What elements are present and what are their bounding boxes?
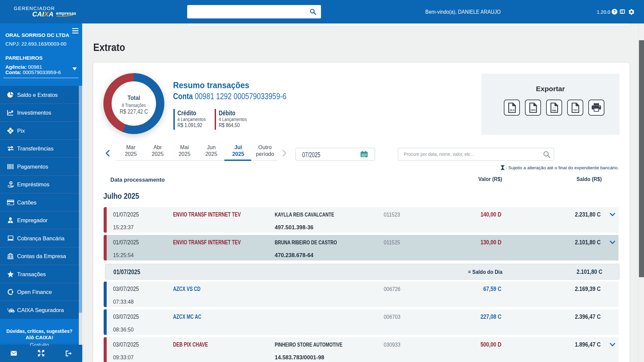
svg-text:TXT: TXT	[573, 109, 578, 112]
svg-text:XLS: XLS	[509, 109, 514, 112]
svg-text:XML: XML	[552, 109, 557, 112]
svg-text:?: ?	[613, 9, 615, 14]
svg-text:OFX: OFX	[531, 109, 536, 112]
